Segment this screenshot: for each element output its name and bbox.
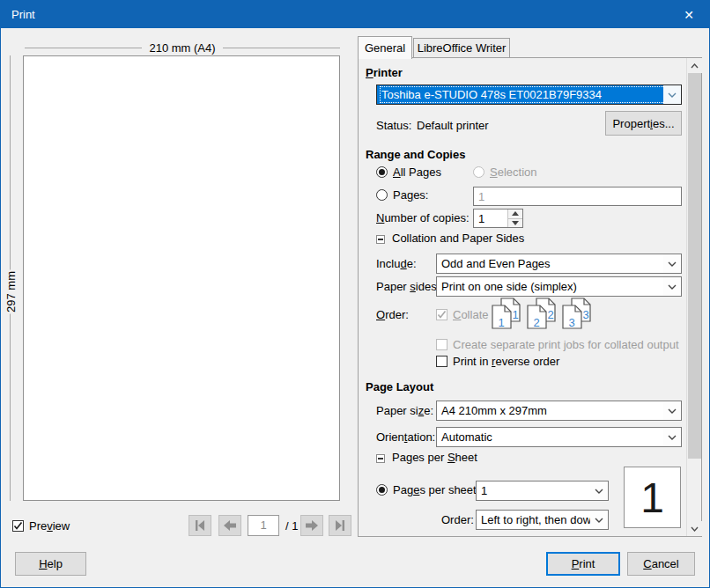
- cancel-button[interactable]: Cancel: [627, 552, 695, 576]
- tab-libreoffice-writer[interactable]: LibreOffice Writer: [413, 38, 510, 58]
- panel-scrollbar[interactable]: [686, 58, 701, 536]
- status-label: Status:: [376, 119, 411, 132]
- printer-select[interactable]: Toshiba e-STUDIO 478s ET0021B79F9334: [376, 85, 682, 105]
- sheet-order-select[interactable]: Left to right, then down: [476, 510, 609, 530]
- pages-radio[interactable]: [376, 189, 388, 201]
- pages-per-sheet-label: Pages per sheet:: [393, 483, 479, 496]
- reverse-order-checkbox[interactable]: [436, 356, 447, 367]
- tab-general[interactable]: General: [358, 36, 412, 59]
- last-page-button[interactable]: [329, 515, 351, 536]
- status-value: Default printer: [417, 119, 489, 132]
- chevron-down-icon[interactable]: [590, 511, 608, 529]
- collation-header: Collation and Paper Sides: [392, 232, 524, 245]
- selection-radio: [473, 166, 484, 178]
- collate-pages-2-icon: 2 2: [526, 298, 557, 331]
- printer-section-header: Printer: [366, 66, 403, 79]
- sheet-order-label: Order:: [441, 513, 474, 526]
- close-icon: ✕: [684, 8, 694, 22]
- include-select[interactable]: Odd and Even Pages: [436, 254, 682, 274]
- titlebar: Print ✕: [1, 1, 709, 28]
- scrollbar-down-icon[interactable]: [687, 521, 702, 536]
- collate-label: Collate: [453, 308, 488, 321]
- all-pages-radio-row[interactable]: All Pages: [376, 165, 441, 179]
- pages-per-sheet-header: Pages per Sheet: [392, 451, 477, 464]
- first-page-button[interactable]: [189, 515, 211, 536]
- page-number-input[interactable]: 1: [248, 515, 279, 536]
- previous-page-button[interactable]: [218, 515, 241, 536]
- pages-per-sheet-preview: 1: [624, 467, 681, 528]
- reverse-order-label: Print in reverse order: [453, 355, 559, 368]
- print-preview-page: [23, 55, 340, 501]
- help-button[interactable]: Help: [15, 552, 86, 576]
- scrollbar-up-icon[interactable]: [687, 58, 702, 73]
- page-total-label: / 1: [285, 519, 298, 533]
- pages-label: Pages:: [393, 188, 428, 202]
- chevron-down-icon[interactable]: [663, 85, 681, 104]
- range-section-header: Range and Copies: [366, 148, 465, 161]
- paper-size-select[interactable]: A4 210mm x 297mm: [436, 401, 682, 421]
- paper-sides-select[interactable]: Print on one side (simplex): [436, 276, 682, 297]
- include-label: Include:: [376, 257, 417, 270]
- paper-sides-label: Paper sides:: [376, 280, 440, 293]
- svg-text:2: 2: [547, 308, 553, 321]
- checkmark-icon: [437, 310, 447, 320]
- preview-checkbox[interactable]: [12, 520, 24, 532]
- layout-section-header: Page Layout: [366, 380, 433, 393]
- selection-label: Selection: [490, 165, 536, 179]
- reverse-order-checkbox-row[interactable]: Print in reverse order: [436, 355, 559, 368]
- paper-size-label: Paper size:: [376, 404, 433, 417]
- pages-per-sheet-collapse-icon[interactable]: [376, 454, 385, 463]
- close-button[interactable]: ✕: [669, 1, 709, 28]
- svg-text:1: 1: [498, 316, 504, 329]
- separate-jobs-label: Create separate print jobs for collated …: [453, 338, 679, 351]
- paper-height-label: 297 mm: [4, 270, 18, 314]
- chevron-down-icon[interactable]: [590, 481, 608, 500]
- orientation-select[interactable]: Automatic: [436, 427, 682, 447]
- order-label: Order:: [376, 308, 409, 321]
- window-title: Print: [11, 8, 35, 21]
- pages-per-sheet-select[interactable]: 1: [476, 481, 609, 501]
- preview-checkbox-label: Preview: [29, 519, 70, 533]
- all-pages-radio[interactable]: [376, 166, 388, 178]
- svg-text:1: 1: [512, 308, 518, 321]
- svg-text:3: 3: [568, 316, 574, 329]
- collate-checkbox-row: Collate: [436, 308, 488, 321]
- separate-jobs-checkbox: [436, 339, 447, 350]
- collation-collapse-icon[interactable]: [376, 235, 385, 244]
- previous-page-icon: [223, 519, 237, 532]
- collate-pages-1-icon: 1 1: [491, 298, 521, 331]
- chevron-down-icon[interactable]: [663, 428, 681, 446]
- collate-icons: 1 1 2 2 3 3: [491, 298, 592, 331]
- svg-text:3: 3: [582, 308, 588, 321]
- pages-input[interactable]: 1: [473, 187, 682, 206]
- properties-button[interactable]: Properties...: [605, 111, 682, 136]
- svg-text:2: 2: [533, 316, 539, 329]
- next-page-button[interactable]: [300, 515, 323, 536]
- collate-checkbox: [436, 309, 447, 320]
- chevron-down-icon[interactable]: [663, 401, 681, 420]
- selection-radio-row[interactable]: Selection: [473, 165, 536, 179]
- preview-checkbox-row[interactable]: Preview: [12, 519, 70, 533]
- general-tab-panel: Printer Toshiba e-STUDIO 478s ET0021B79F…: [358, 57, 702, 537]
- pages-per-sheet-radio[interactable]: [376, 484, 388, 496]
- first-page-icon: [193, 519, 207, 532]
- separate-jobs-checkbox-row: Create separate print jobs for collated …: [436, 338, 679, 351]
- pages-per-sheet-radio-row[interactable]: Pages per sheet:: [376, 483, 479, 496]
- paper-width-label: 210 mm (A4): [1, 41, 364, 55]
- pages-radio-row[interactable]: Pages:: [376, 188, 428, 202]
- chevron-down-icon[interactable]: [663, 254, 681, 273]
- scrollbar-thumb[interactable]: [688, 73, 701, 459]
- all-pages-label: All Pages: [393, 165, 441, 179]
- triangle-down-icon: [512, 221, 519, 225]
- chevron-down-icon[interactable]: [663, 277, 681, 296]
- next-page-icon: [305, 519, 319, 532]
- spinner-down-button[interactable]: [508, 218, 522, 228]
- spinner-up-button[interactable]: [508, 209, 522, 218]
- last-page-icon: [333, 519, 347, 532]
- triangle-up-icon: [512, 211, 519, 216]
- print-button[interactable]: Print: [546, 552, 620, 576]
- copies-spinner[interactable]: 1: [473, 209, 523, 228]
- copies-label: Number of copies:: [376, 211, 470, 224]
- print-dialog: Print ✕ 210 mm (A4) 297 mm Preview 1 / 1: [0, 0, 710, 588]
- collate-pages-3-icon: 3 3: [561, 298, 592, 331]
